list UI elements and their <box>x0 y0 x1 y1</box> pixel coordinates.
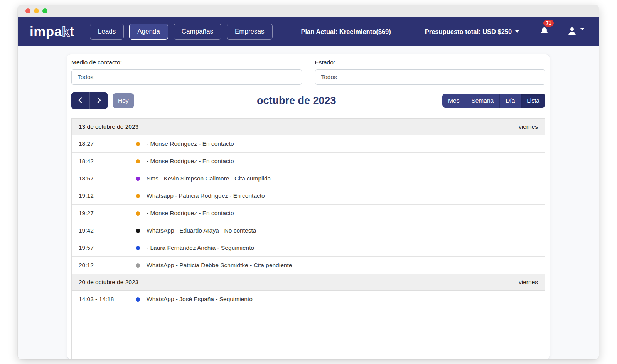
browser-window: impakt LeadsAgendaCampañasEmpresas Plan … <box>18 5 599 359</box>
caret-down-icon <box>515 30 519 33</box>
event-dot-icon <box>136 263 140 268</box>
view-button-dia[interactable]: Día <box>500 94 521 108</box>
event-dot-icon <box>136 159 140 163</box>
notifications-button[interactable]: 71 <box>539 26 549 37</box>
notification-badge: 71 <box>543 20 554 27</box>
bell-icon <box>539 30 549 37</box>
event-dot-icon <box>136 246 140 250</box>
medio-de-contacto-select[interactable]: Todos <box>71 69 302 85</box>
window-minimize-button[interactable] <box>34 8 39 13</box>
day-header: 20 de octubre de 2023viernes <box>72 274 545 291</box>
user-menu[interactable] <box>567 26 584 38</box>
calendar-nav-buttons <box>71 92 108 109</box>
nav-item-leads[interactable]: Leads <box>90 24 124 40</box>
event-dot-icon <box>136 297 140 302</box>
top-navbar: impakt LeadsAgendaCampañasEmpresas Plan … <box>18 17 599 46</box>
event-dot-icon <box>136 142 140 146</box>
event-time: 20:12 <box>79 262 129 269</box>
filter-estado: Estado:Todos <box>315 59 546 85</box>
event-row[interactable]: 19:27- Monse Rodriguez - En contacto <box>72 205 545 222</box>
event-list: 13 de octubre de 2023viernes18:27- Monse… <box>71 118 545 359</box>
event-time: 18:27 <box>79 140 129 147</box>
view-button-semana[interactable]: Semana <box>465 94 500 108</box>
event-row[interactable]: 18:57Sms - Kevin Simpson Calimore - Cita… <box>72 170 545 187</box>
today-button[interactable]: Hoy <box>113 93 134 108</box>
event-title: - Monse Rodriguez - En contacto <box>147 140 545 147</box>
event-title: - Laura Fernández Anchía - Seguimiento <box>147 244 545 251</box>
current-plan-label: Plan Actual: Krecimiento($69) <box>301 28 391 35</box>
next-button[interactable] <box>89 92 108 109</box>
event-title: - Monse Rodriguez - En contacto <box>147 158 545 165</box>
event-time: 19:27 <box>79 210 129 217</box>
page-content: Medio de contacto:TodosEstado:Todos <box>18 46 599 359</box>
event-dot-icon <box>136 177 140 181</box>
window-zoom-button[interactable] <box>42 8 47 13</box>
prev-button[interactable] <box>71 92 89 109</box>
event-row[interactable]: 14:03 - 14:18WhatsApp - José España - Se… <box>72 291 545 308</box>
event-title: WhatsApp - Eduardo Araya - No contesta <box>147 227 545 234</box>
day-header-weekday: viernes <box>519 279 538 286</box>
chevron-right-icon <box>94 96 103 106</box>
event-time: 19:42 <box>79 227 129 234</box>
filter-medio-de-contacto: Medio de contacto:Todos <box>71 59 302 85</box>
event-row[interactable]: 18:42- Monse Rodriguez - En contacto <box>72 153 545 170</box>
event-row[interactable]: 19:42WhatsApp - Eduardo Araya - No conte… <box>72 222 545 239</box>
day-header-date: 20 de octubre de 2023 <box>79 279 138 286</box>
logo-text: impa <box>30 24 62 39</box>
event-time: 18:42 <box>79 158 129 165</box>
window-titlebar <box>18 5 599 17</box>
app-logo: impakt <box>30 24 74 39</box>
medio-de-contacto-label: Medio de contacto: <box>71 59 302 66</box>
event-title: Whatsapp - Patricia Rodríguez - En conta… <box>147 192 545 199</box>
event-dot-icon <box>136 229 140 233</box>
calendar-title: octubre de 2023 <box>257 95 336 107</box>
agenda-card: Medio de contacto:TodosEstado:Todos <box>67 54 550 359</box>
window-close-button[interactable] <box>25 8 30 13</box>
logo-text-end: t <box>70 24 74 39</box>
main-nav: LeadsAgendaCampañasEmpresas <box>90 24 273 40</box>
user-icon <box>567 26 577 38</box>
event-title: - Monse Rodriguez - En contacto <box>147 210 545 217</box>
event-dot-icon <box>136 194 140 198</box>
calendar-toolbar: Hoy octubre de 2023 MesSemanaDíaLista <box>71 92 545 109</box>
day-header: 13 de octubre de 2023viernes <box>72 119 545 135</box>
logo-styled-k: k <box>62 24 70 39</box>
estado-select[interactable]: Todos <box>315 69 546 85</box>
event-time: 18:57 <box>79 175 129 182</box>
chevron-left-icon <box>76 96 85 106</box>
estado-label: Estado: <box>315 59 546 66</box>
event-title: WhatsApp - Patricia Debbe Schmidtke - Ci… <box>147 262 545 269</box>
day-header-date: 13 de octubre de 2023 <box>79 123 138 130</box>
budget-label: Presupuesto total: USD $250 <box>425 28 512 35</box>
nav-item-agenda[interactable]: Agenda <box>129 24 168 40</box>
day-header-weekday: viernes <box>519 123 538 130</box>
caret-down-icon <box>580 28 584 30</box>
filters-row: Medio de contacto:TodosEstado:Todos <box>71 59 545 85</box>
view-switcher: MesSemanaDíaLista <box>442 94 545 108</box>
event-row[interactable]: 19:57- Laura Fernández Anchía - Seguimie… <box>72 239 545 257</box>
event-title: WhatsApp - José España - Seguimiento <box>147 296 545 303</box>
event-time: 19:57 <box>79 244 129 251</box>
view-button-mes[interactable]: Mes <box>442 94 465 108</box>
event-row[interactable]: 20:12WhatsApp - Patricia Debbe Schmidtke… <box>72 257 545 274</box>
nav-item-campanas[interactable]: Campañas <box>174 24 221 40</box>
budget-dropdown[interactable]: Presupuesto total: USD $250 <box>425 28 519 35</box>
event-time: 14:03 - 14:18 <box>79 296 129 303</box>
event-title: Sms - Kevin Simpson Calimore - Cita cump… <box>147 175 545 182</box>
event-time: 19:12 <box>79 192 129 199</box>
event-row[interactable]: 19:12Whatsapp - Patricia Rodríguez - En … <box>72 187 545 205</box>
view-button-lista[interactable]: Lista <box>521 94 545 108</box>
nav-item-empresas[interactable]: Empresas <box>227 24 273 40</box>
event-dot-icon <box>136 211 140 216</box>
event-row[interactable]: 18:27- Monse Rodriguez - En contacto <box>72 135 545 153</box>
